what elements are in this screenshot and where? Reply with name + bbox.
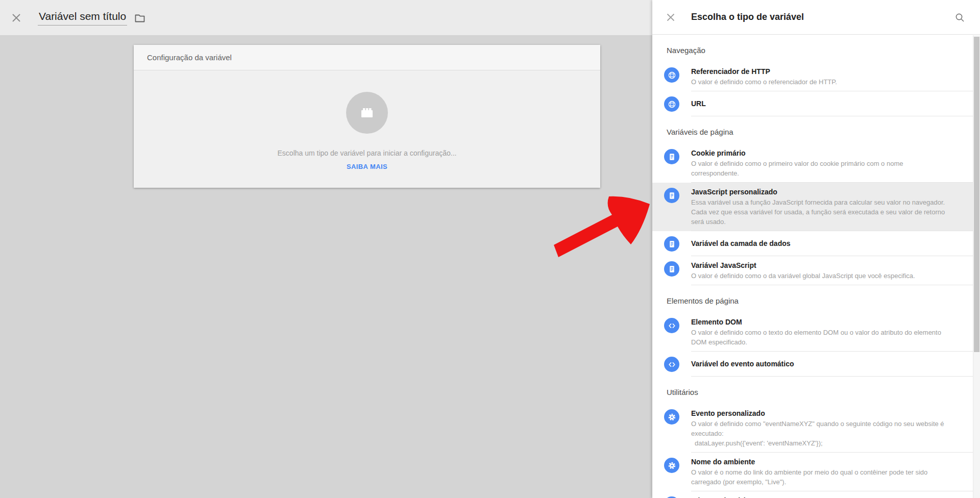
variable-type-panel: Escolha o tipo de variável Navegação Ref…: [652, 0, 980, 498]
variable-title-input[interactable]: Variável sem título: [38, 10, 127, 26]
folder-icon: [134, 12, 146, 24]
list-item-variavel-evento-automatico[interactable]: Variável do evento automático: [652, 352, 973, 377]
variable-editor: Variável sem título Configuração da vari…: [0, 0, 652, 498]
item-title: Elemento DOM: [691, 317, 952, 327]
learn-more-link[interactable]: SAIBA MAIS: [347, 163, 387, 170]
panel-title: Escolha o tipo de variável: [691, 12, 804, 22]
close-editor-button[interactable]: [10, 12, 22, 24]
item-description: O valor é definido como o referenciador …: [691, 77, 952, 87]
gear-icon: [664, 458, 679, 473]
card-header: Configuração da variável: [134, 45, 600, 70]
globe-icon: [664, 96, 679, 112]
item-title: Referenciador de HTTP: [691, 67, 952, 76]
item-description: O valor é definido como "eventNameXYZ" q…: [691, 419, 952, 438]
panel-scrollbar[interactable]: [973, 35, 980, 498]
close-panel-button[interactable]: [666, 12, 676, 22]
list-item-variavel-javascript[interactable]: Variável JavaScript O valor é definido c…: [652, 256, 973, 285]
search-icon: [955, 13, 965, 22]
item-title: Variável JavaScript: [691, 261, 952, 270]
section-label-utilities: Utilitários: [667, 388, 959, 397]
item-description: O valor é definido como o primeiro valor…: [691, 159, 952, 178]
item-description: O valor é definido como o da variável gl…: [691, 271, 952, 281]
item-title: Variável da camada de dados: [691, 239, 952, 248]
card-header-label: Configuração da variável: [147, 53, 232, 62]
item-description: Essa variável usa a função JavaScript fo…: [691, 197, 952, 227]
item-code-snippet: dataLayer.push({'event': 'eventNameXYZ'}…: [691, 438, 952, 448]
variable-configuration-card: Configuração da variável Escolha um tipo…: [134, 45, 600, 188]
code-icon: [664, 318, 679, 333]
item-title: Variável do evento automático: [691, 359, 952, 368]
section-label-navigation: Navegação: [667, 46, 959, 55]
folder-button[interactable]: [133, 11, 146, 24]
list-item-variavel-camada-dados[interactable]: Variável da camada de dados: [652, 231, 973, 256]
item-title: Evento personalizado: [691, 409, 952, 418]
brick-circle: [346, 92, 388, 134]
close-icon: [11, 12, 22, 23]
item-description: O valor é definido como o texto do eleme…: [691, 328, 952, 347]
list-item-cookie-primario[interactable]: Cookie primário O valor é definido como …: [652, 144, 973, 183]
list-item-numero-aleatorio[interactable]: Número aleatório O valor é definido como…: [652, 491, 973, 498]
item-title: Número aleatório: [691, 496, 952, 498]
card-body: Escolha um tipo de variável para iniciar…: [134, 70, 600, 187]
code-icon: [664, 357, 679, 372]
item-title: Cookie primário: [691, 148, 952, 158]
section-label-page-elements: Elementos de página: [667, 296, 959, 306]
item-title: URL: [691, 99, 952, 108]
section-label-page-variables: Variáveis de página: [667, 128, 959, 137]
item-description: O valor é o nome do link do ambiente por…: [691, 467, 952, 487]
list-item-nome-do-ambiente[interactable]: Nome do ambiente O valor é o nome do lin…: [652, 453, 973, 491]
list-item-referenciador-http[interactable]: Referenciador de HTTP O valor é definido…: [652, 62, 973, 91]
document-icon: [664, 236, 679, 252]
item-title: Nome do ambiente: [691, 457, 952, 466]
list-item-evento-personalizado[interactable]: Evento personalizado O valor é definido …: [652, 404, 973, 453]
variable-type-list: Navegação Referenciador de HTTP O valor …: [652, 46, 973, 498]
list-item-javascript-personalizado[interactable]: JavaScript personalizado Essa variável u…: [652, 183, 973, 231]
panel-header: Escolha o tipo de variável: [652, 0, 980, 35]
globe-icon: [664, 67, 679, 83]
search-button[interactable]: [955, 13, 965, 22]
document-icon: [664, 261, 679, 277]
close-icon: [666, 12, 676, 22]
scrollbar-thumb[interactable]: [974, 37, 979, 352]
document-icon: [664, 149, 679, 164]
list-item-url[interactable]: URL: [652, 91, 973, 116]
item-title: JavaScript personalizado: [691, 187, 952, 196]
gear-icon: [664, 409, 679, 425]
list-item-elemento-dom[interactable]: Elemento DOM O valor é definido como o t…: [652, 313, 973, 352]
brick-icon: [357, 103, 377, 122]
card-placeholder-text: Escolha um tipo de variável para iniciar…: [278, 149, 457, 157]
editor-header: Variável sem título: [0, 0, 652, 36]
document-icon: [664, 188, 679, 203]
